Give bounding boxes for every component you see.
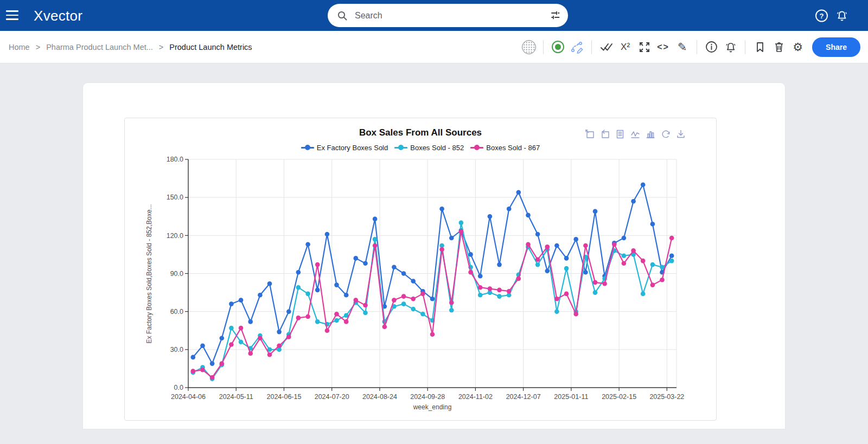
info-icon[interactable] <box>704 39 719 55</box>
svg-text:2025-01-11: 2025-01-11 <box>554 393 588 401</box>
chart-card: Box Sales From All Sources Ex Factory Bo… <box>124 118 717 421</box>
svg-text:2025-03-22: 2025-03-22 <box>649 393 684 401</box>
breadcrumb-separator: > <box>36 43 40 52</box>
breadcrumb-bar: Home > Pharma Product Launch Met... > Pr… <box>0 31 868 63</box>
y-axis-label: Ex Factory Boxes Sold,Boxes Sold - 852,B… <box>145 204 153 344</box>
dotted-circle-icon[interactable] <box>521 39 537 55</box>
flow-edit-icon[interactable] <box>569 39 585 55</box>
search-icon <box>337 10 348 21</box>
search-bar[interactable] <box>328 4 568 27</box>
svg-text:120.0: 120.0 <box>167 232 183 240</box>
chart-plot[interactable]: 0.030.060.090.0120.0150.0180.02024-04-06… <box>125 118 717 421</box>
alert-bell-icon[interactable] <box>723 39 738 55</box>
bookmark-icon[interactable] <box>752 39 768 55</box>
svg-text:0.0: 0.0 <box>174 384 183 391</box>
code-icon[interactable]: <> <box>655 39 671 55</box>
svg-text:2024-07-20: 2024-07-20 <box>315 393 349 401</box>
help-icon[interactable]: ? <box>815 9 828 22</box>
tune-filter-icon[interactable] <box>550 10 560 21</box>
svg-text:2024-12-07: 2024-12-07 <box>506 393 541 401</box>
fullscreen-icon[interactable] <box>636 39 652 55</box>
divider <box>591 40 592 54</box>
breadcrumb-parent[interactable]: Pharma Product Launch Met... <box>46 43 153 52</box>
svg-text:2024-04-06: 2024-04-06 <box>171 393 206 401</box>
edit-pencil-icon[interactable]: ✎ <box>674 39 690 55</box>
app-logo: Xvector <box>34 7 82 24</box>
notifications-bell-icon[interactable] <box>835 9 848 22</box>
share-button[interactable]: Share <box>812 37 860 57</box>
svg-text:2024-11-02: 2024-11-02 <box>458 393 493 401</box>
divider <box>697 40 697 54</box>
svg-text:90.0: 90.0 <box>170 270 183 278</box>
breadcrumb-current: Product Launch Metrics <box>169 43 252 52</box>
page-toolbar: X² <> ✎ <box>521 37 860 57</box>
svg-text:2024-06-15: 2024-06-15 <box>266 393 301 401</box>
svg-text:2024-09-28: 2024-09-28 <box>410 393 445 401</box>
hamburger-menu-icon[interactable] <box>6 10 18 21</box>
green-status-icon[interactable] <box>550 39 566 55</box>
breadcrumb-home[interactable]: Home <box>9 43 30 52</box>
breadcrumb: Home > Pharma Product Launch Met... > Pr… <box>9 43 252 52</box>
svg-text:2024-08-24: 2024-08-24 <box>362 393 397 401</box>
settings-gear-icon[interactable]: ⚙ <box>790 39 806 55</box>
content-panel: Box Sales From All Sources Ex Factory Bo… <box>82 82 786 429</box>
divider <box>745 40 745 54</box>
svg-text:2025-02-15: 2025-02-15 <box>602 393 636 401</box>
svg-text:2024-05-11: 2024-05-11 <box>219 393 253 401</box>
svg-text:150.0: 150.0 <box>167 194 183 201</box>
delete-trash-icon[interactable] <box>771 39 787 55</box>
svg-text:180.0: 180.0 <box>167 156 183 163</box>
divider <box>543 40 544 54</box>
breadcrumb-separator: > <box>159 43 163 52</box>
svg-text:30.0: 30.0 <box>170 346 183 353</box>
search-input[interactable] <box>355 11 550 21</box>
double-check-icon[interactable] <box>598 39 614 55</box>
svg-text:60.0: 60.0 <box>170 308 183 316</box>
topbar: Xvector ? <box>0 0 868 31</box>
superscript-icon[interactable]: X² <box>617 39 633 55</box>
x-axis-label: week_ending <box>188 403 676 411</box>
